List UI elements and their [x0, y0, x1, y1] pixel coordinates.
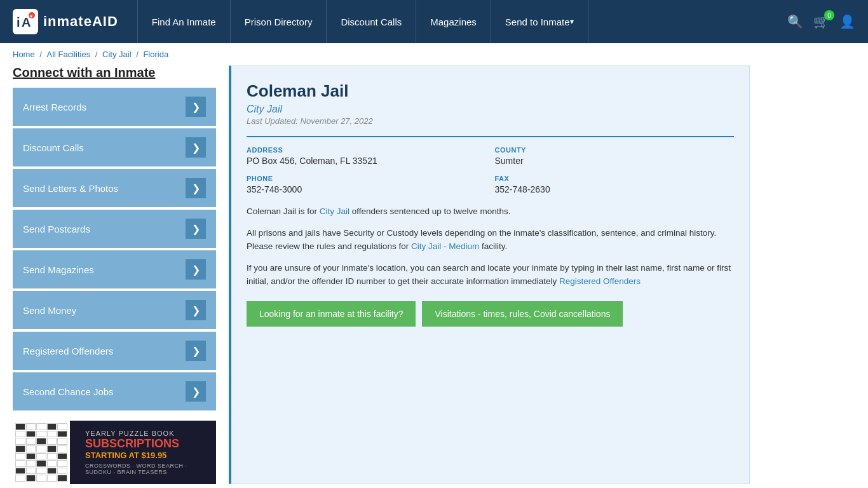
search-icon[interactable]: 🔍	[787, 14, 803, 29]
puzzle-grid-decoration	[13, 421, 70, 484]
facility-desc-2: All prisons and jails have Security or C…	[247, 226, 734, 254]
breadcrumb-sep1: /	[39, 50, 44, 59]
puzzle-ad-text: YEARLY PUZZLE BOOK SUBSCRIPTIONS STARTIN…	[85, 430, 207, 475]
chevron-right-icon: ❯	[186, 259, 206, 280]
connect-title: Connect with an Inmate	[13, 65, 216, 80]
facility-buttons: Looking for an inmate at this facility? …	[247, 301, 734, 327]
nav-find-inmate[interactable]: Find An Inmate	[137, 0, 231, 43]
breadcrumb-state[interactable]: Florida	[143, 50, 168, 59]
breadcrumb-city-jail[interactable]: City Jail	[102, 50, 132, 59]
phone-block: PHONE 352-748-3000	[247, 175, 486, 194]
sidebar-item-label: Send Letters & Photos	[23, 183, 118, 194]
facility-name: Coleman Jail	[247, 81, 734, 101]
cart-badge: 0	[824, 10, 834, 20]
facility-updated: Last Updated: November 27, 2022	[247, 116, 734, 126]
nav-magazines[interactable]: Magazines	[416, 0, 491, 43]
county-value: Sumter	[495, 156, 735, 166]
fax-block: FAX 352-748-2630	[495, 175, 735, 194]
breadcrumb-sep3: /	[136, 50, 140, 59]
visitations-button[interactable]: Visitations - times, rules, Covid cancel…	[422, 301, 623, 327]
sidebar-item-second-chance-jobs[interactable]: Second Chance Jobs ❯	[13, 372, 216, 410]
cart-icon[interactable]: 🛒 0	[813, 14, 829, 29]
main-nav: Find An Inmate Prison Directory Discount…	[137, 0, 787, 43]
sidebar-item-label: Arrest Records	[23, 102, 86, 112]
breadcrumb-all-facilities[interactable]: All Facilities	[47, 50, 91, 59]
sidebar-item-label: Send Postcards	[23, 224, 90, 234]
chevron-right-icon: ❯	[186, 137, 206, 158]
sidebar-item-discount-calls[interactable]: Discount Calls ❯	[13, 128, 216, 166]
sidebar: Connect with an Inmate Arrest Records ❯ …	[13, 65, 216, 484]
svg-text:i: i	[17, 15, 20, 29]
chevron-right-icon: ❯	[186, 300, 206, 320]
city-jail-medium-link[interactable]: City Jail - Medium	[411, 241, 479, 251]
logo[interactable]: i A ♥ inmateAID	[13, 9, 118, 34]
chevron-right-icon: ❯	[186, 219, 206, 239]
facility-desc-3: If you are unsure of your inmate's locat…	[247, 261, 734, 288]
user-icon[interactable]: 👤	[839, 14, 855, 29]
breadcrumb-home[interactable]: Home	[13, 50, 35, 59]
sidebar-item-label: Send Magazines	[23, 264, 94, 275]
registered-offenders-link[interactable]: Registered Offenders	[559, 276, 641, 286]
sidebar-item-registered-offenders[interactable]: Registered Offenders ❯	[13, 332, 216, 370]
svg-text:♥: ♥	[30, 14, 32, 18]
nav-send-to-inmate[interactable]: Send to Inmate	[491, 0, 588, 43]
nav-prison-directory[interactable]: Prison Directory	[231, 0, 327, 43]
county-label: COUNTY	[495, 146, 735, 154]
main-content: Connect with an Inmate Arrest Records ❯ …	[0, 65, 763, 488]
nav-discount-calls[interactable]: Discount Calls	[327, 0, 416, 43]
county-block: COUNTY Sumter	[495, 146, 735, 166]
city-jail-link-1[interactable]: City Jail	[320, 207, 349, 216]
puzzle-line1: YEARLY PUZZLE BOOK	[85, 430, 207, 437]
facility-type: City Jail	[247, 104, 734, 115]
chevron-right-icon: ❯	[186, 97, 206, 117]
puzzle-line4: CROSSWORDS · WORD SEARCH · SUDOKU · BRAI…	[85, 463, 207, 475]
breadcrumb: Home / All Facilities / City Jail / Flor…	[0, 43, 868, 65]
sidebar-item-send-postcards[interactable]: Send Postcards ❯	[13, 210, 216, 248]
sidebar-item-label: Send Money	[23, 305, 76, 316]
phone-label: PHONE	[247, 175, 486, 182]
sidebar-item-send-magazines[interactable]: Send Magazines ❯	[13, 250, 216, 288]
puzzle-line3: STARTING AT $19.95	[85, 451, 207, 460]
fax-label: FAX	[495, 175, 735, 182]
logo-icon: i A ♥	[13, 9, 38, 34]
address-block: ADDRESS PO Box 456, Coleman, FL 33521	[247, 146, 486, 166]
puzzle-line2: SUBSCRIPTIONS	[85, 437, 207, 451]
fax-value: 352-748-2630	[495, 184, 735, 194]
facility-desc-1: Coleman Jail is for City Jail offenders …	[247, 205, 734, 219]
chevron-right-icon: ❯	[186, 178, 206, 198]
facility-card: Coleman Jail City Jail Last Updated: Nov…	[229, 65, 750, 484]
sidebar-item-label: Discount Calls	[23, 142, 84, 153]
sidebar-item-label: Second Chance Jobs	[23, 386, 114, 397]
header-icons: 🔍 🛒 0 👤	[787, 14, 855, 29]
sidebar-item-arrest-records[interactable]: Arrest Records ❯	[13, 88, 216, 126]
puzzle-ad-banner[interactable]: YEARLY PUZZLE BOOK SUBSCRIPTIONS STARTIN…	[13, 421, 216, 484]
logo-text: inmateAID	[43, 13, 118, 30]
chevron-right-icon: ❯	[186, 381, 206, 402]
address-label: ADDRESS	[247, 146, 486, 154]
site-header: i A ♥ inmateAID Find An Inmate Prison Di…	[0, 0, 868, 43]
breadcrumb-sep2: /	[95, 50, 100, 59]
sidebar-item-send-money[interactable]: Send Money ❯	[13, 291, 216, 329]
sidebar-item-label: Registered Offenders	[23, 346, 113, 356]
phone-value: 352-748-3000	[247, 184, 486, 194]
facility-details: ADDRESS PO Box 456, Coleman, FL 33521 CO…	[247, 136, 734, 194]
find-inmate-button[interactable]: Looking for an inmate at this facility?	[247, 301, 416, 327]
address-value: PO Box 456, Coleman, FL 33521	[247, 156, 486, 166]
sidebar-item-send-letters[interactable]: Send Letters & Photos ❯	[13, 169, 216, 207]
chevron-right-icon: ❯	[186, 341, 206, 361]
